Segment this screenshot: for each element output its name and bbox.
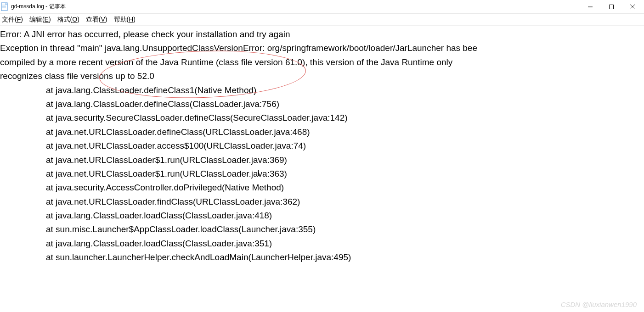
menu-view[interactable]: 查看(V) [86, 16, 107, 24]
close-button[interactable] [622, 0, 643, 14]
menu-format[interactable]: 格式(O) [57, 16, 79, 24]
menu-edit[interactable]: 编辑(E) [29, 16, 51, 24]
window-controls [580, 0, 643, 14]
stack-line: at java.net.URLClassLoader$1.run(URLClas… [0, 153, 644, 167]
titlebar: gd-mssda.log - 记事本 [0, 0, 644, 14]
titlebar-left: gd-mssda.log - 记事本 [1, 2, 66, 11]
notepad-icon [1, 2, 8, 11]
minimize-button[interactable] [580, 0, 601, 14]
svg-rect-5 [610, 5, 614, 9]
stack-line: at java.lang.ClassLoader.defineClass(Cla… [0, 97, 644, 111]
stack-line: at java.security.SecureClassLoader.defin… [0, 111, 644, 125]
stack-line: at java.net.URLClassLoader$1.run(URLClas… [0, 167, 644, 181]
stack-line: at java.lang.ClassLoader.loadClass(Class… [0, 237, 644, 251]
watermark: CSDN @liuxianwen1990 [561, 301, 637, 308]
stack-line: at java.security.AccessController.doPriv… [0, 181, 644, 195]
stack-line: at sun.misc.Launcher$AppClassLoader.load… [0, 223, 644, 236]
menu-help[interactable]: 帮助(H) [114, 16, 136, 24]
text-area[interactable]: Error: A JNI error has occurred, please … [0, 26, 644, 265]
window-title: gd-mssda.log - 记事本 [11, 3, 66, 11]
stack-line: at sun.launcher.LauncherHelper.checkAndL… [0, 251, 644, 264]
stack-line: at java.net.URLClassLoader.findClass(URL… [0, 195, 644, 209]
menu-file[interactable]: 文件(F) [2, 16, 23, 24]
log-line: compiled by a more recent version of the… [0, 56, 644, 69]
log-line: recognizes class file versions up to 52.… [0, 69, 644, 83]
log-line: Exception in thread "main" java.lang.Uns… [0, 41, 644, 55]
stack-line: at java.lang.ClassLoader.defineClass1(Na… [0, 84, 644, 97]
stack-line: at java.net.URLClassLoader.access$100(UR… [0, 139, 644, 153]
stack-line: at java.net.URLClassLoader.defineClass(U… [0, 125, 644, 139]
log-line: Error: A JNI error has occurred, please … [0, 28, 644, 41]
menubar: 文件(F) 编辑(E) 格式(O) 查看(V) 帮助(H) [0, 14, 644, 26]
stack-line: at java.lang.ClassLoader.loadClass(Class… [0, 209, 644, 223]
maximize-button[interactable] [601, 0, 622, 14]
